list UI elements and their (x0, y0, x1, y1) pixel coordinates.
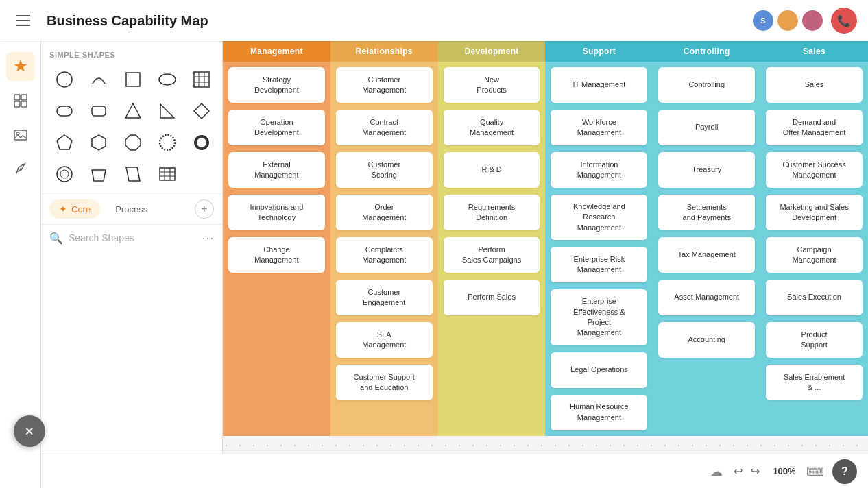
card-customer-success[interactable]: Customer SuccessManagement (766, 152, 863, 188)
card-treasury[interactable]: Treasury (658, 152, 755, 188)
card-knowledge[interactable]: Knowledge andResearchManagement (551, 195, 647, 240)
grid-shape[interactable] (186, 66, 217, 93)
svg-point-25 (57, 167, 72, 182)
undo-button[interactable]: ↩ (731, 462, 745, 480)
svg-point-24 (195, 136, 208, 149)
card-campaign[interactable]: CampaignManagement (766, 237, 863, 273)
triangle-shape[interactable] (118, 97, 148, 125)
redo-button[interactable]: ↪ (748, 462, 762, 480)
card-controlling[interactable]: Controlling (658, 67, 755, 103)
shapes-grid (49, 66, 214, 188)
card-tax[interactable]: Tax Management (658, 237, 755, 273)
svg-rect-4 (14, 130, 27, 140)
card-change[interactable]: ChangeManagement (228, 237, 325, 273)
card-customer-mgmt[interactable]: CustomerManagement (336, 67, 433, 103)
card-quality[interactable]: QualityManagement (444, 110, 540, 145)
shapes-tool-icon[interactable] (6, 52, 35, 81)
svg-rect-2 (14, 101, 20, 107)
bottom-toolbar: ☁ ↩ ↪ 100% ⌨ ? (41, 454, 868, 488)
card-customer-engagement[interactable]: CustomerEngagement (336, 280, 433, 315)
column-body-sales: Sales Demand andOffer Management Custome… (760, 62, 868, 436)
avatar-user-s[interactable]: S (753, 10, 773, 31)
ellipse-shape[interactable] (152, 66, 182, 93)
hexagon-shape[interactable] (84, 129, 114, 156)
card-sales[interactable]: Sales (766, 67, 863, 103)
keyboard-icon[interactable]: ⌨ (806, 464, 824, 479)
pentagon-shape[interactable] (49, 129, 80, 156)
card-customer-scoring[interactable]: CustomerScoring (336, 152, 433, 188)
card-complaints[interactable]: ComplaintsManagement (336, 237, 433, 273)
circle-outline-shape[interactable] (152, 129, 182, 156)
arc-shape[interactable] (84, 66, 114, 93)
card-requirements[interactable]: RequirementsDefinition (444, 195, 540, 230)
square-shape[interactable] (118, 66, 148, 93)
core-tab-icon: ✦ (59, 204, 67, 215)
draw-tool-icon[interactable] (6, 155, 35, 184)
card-perform-sales[interactable]: Perform Sales (444, 280, 540, 315)
grid-tool-icon[interactable] (6, 86, 35, 115)
card-operation[interactable]: OperationDevelopment (228, 110, 325, 145)
call-button[interactable]: 📞 (831, 8, 857, 34)
card-sales-execution[interactable]: Sales Execution (766, 280, 863, 315)
card-demand-offer[interactable]: Demand andOffer Management (766, 110, 863, 145)
avatar-group: S (753, 10, 823, 31)
tab-add-button[interactable]: + (195, 199, 214, 219)
card-sales-enablement[interactable]: Sales Enablement& ... (766, 365, 863, 400)
card-perform-campaigns[interactable]: PerformSales Campaigns (444, 237, 540, 273)
column-header-controlling: Controlling (653, 41, 760, 62)
tab-process[interactable]: Process (106, 200, 157, 219)
circle2-shape[interactable] (49, 160, 80, 188)
help-button[interactable]: ? (832, 459, 857, 484)
tab-core[interactable]: ✦ Core (49, 199, 100, 219)
card-information[interactable]: InformationManagement (551, 152, 647, 188)
card-enterprise-effectiveness[interactable]: EnterpriseEffectiveness &ProjectManageme… (551, 289, 647, 345)
column-body-controlling: Controlling Payroll Treasury Settlements… (653, 62, 760, 436)
card-product-support[interactable]: ProductSupport (766, 322, 863, 358)
table-shape[interactable] (152, 160, 182, 188)
trapezoid-shape[interactable] (84, 160, 114, 188)
column-controlling: Controlling Controlling Payroll Treasury… (653, 41, 760, 436)
card-sla[interactable]: SLAManagement (336, 322, 433, 358)
circle-thick-shape[interactable] (186, 129, 217, 156)
card-settlements[interactable]: Settlementsand Payments (658, 195, 755, 230)
svg-marker-19 (194, 103, 209, 119)
svg-marker-28 (126, 167, 140, 181)
svg-marker-22 (125, 135, 141, 150)
column-body-development: NewProducts QualityManagement R & D Requ… (438, 62, 546, 436)
card-hr[interactable]: Human ResourceManagement (551, 395, 647, 430)
parallelogram-shape[interactable] (118, 160, 148, 188)
card-contract[interactable]: ContractManagement (336, 110, 433, 145)
card-innovations[interactable]: Innovations andTechnology (228, 195, 325, 230)
diamond-shape[interactable] (186, 97, 217, 125)
card-customer-support[interactable]: Customer Supportand Education (336, 365, 433, 400)
card-enterprise-risk[interactable]: Enterprise RiskManagement (551, 247, 647, 282)
card-marketing-sales[interactable]: Marketing and SalesDevelopment (766, 195, 863, 230)
card-payroll[interactable]: Payroll (658, 110, 755, 145)
card-legal[interactable]: Legal Operations (551, 352, 647, 388)
card-it-mgmt[interactable]: IT Management (551, 67, 647, 103)
search-input[interactable] (69, 232, 202, 243)
rounded-rect-shape[interactable] (49, 97, 80, 125)
card-order[interactable]: OrderManagement (336, 195, 433, 230)
octagon-shape[interactable] (118, 129, 148, 156)
hamburger-button[interactable] (11, 8, 36, 33)
stadium-shape[interactable] (84, 97, 114, 125)
cloud-icon[interactable]: ☁ (710, 464, 723, 479)
header: Business Capability Map S 📞 (0, 0, 868, 41)
card-asset[interactable]: Asset Management (658, 280, 755, 315)
avatar-user-g[interactable] (777, 10, 798, 31)
svg-point-23 (160, 135, 175, 150)
card-workforce[interactable]: WorkforceManagement (551, 110, 647, 145)
column-header-sales: Sales (760, 41, 868, 62)
card-accounting[interactable]: Accounting (658, 322, 755, 358)
page-title: Business Capability Map (47, 13, 753, 29)
card-strategy[interactable]: StrategyDevelopment (228, 67, 325, 103)
circle-shape[interactable] (49, 66, 80, 93)
card-r-and-d[interactable]: R & D (444, 152, 540, 188)
search-more-icon[interactable]: ⋯ (202, 230, 214, 245)
image-tool-icon[interactable] (6, 121, 35, 149)
card-external[interactable]: ExternalManagement (228, 152, 325, 188)
card-new-products[interactable]: NewProducts (444, 67, 540, 103)
avatar-user-p[interactable] (802, 10, 823, 31)
right-triangle-shape[interactable] (152, 97, 182, 125)
